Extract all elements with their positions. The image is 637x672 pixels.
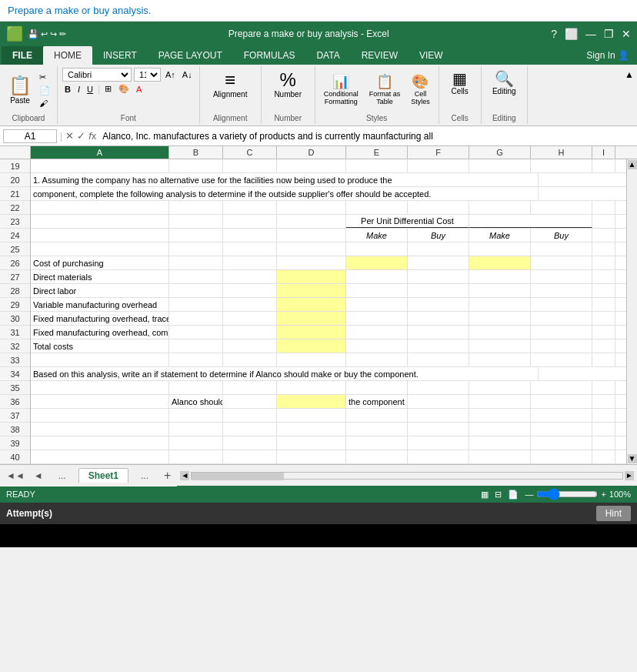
- cell-i19[interactable]: [592, 159, 615, 172]
- cell-e27[interactable]: [346, 270, 408, 283]
- cell-i40[interactable]: [592, 450, 615, 463]
- cell-c39[interactable]: [223, 436, 277, 450]
- cell-g33[interactable]: [469, 353, 531, 366]
- cell-i25[interactable]: [592, 242, 615, 256]
- bold-button[interactable]: B: [62, 84, 73, 95]
- cell-c27[interactable]: [223, 270, 277, 283]
- cell-h36[interactable]: [531, 395, 592, 408]
- cell-c28[interactable]: [223, 284, 277, 297]
- sheet-prev-prev[interactable]: ◄◄: [3, 469, 28, 483]
- cell-d23[interactable]: [277, 215, 346, 228]
- cell-h32[interactable]: [531, 339, 592, 353]
- sheet-dots-right[interactable]: ...: [132, 469, 158, 483]
- cell-c40[interactable]: [223, 450, 277, 463]
- cell-a35[interactable]: [31, 381, 169, 394]
- cut-button[interactable]: ✂: [37, 72, 52, 83]
- zoom-in-btn[interactable]: +: [601, 490, 605, 499]
- cell-d40[interactable]: [277, 450, 346, 463]
- cell-a36[interactable]: [31, 395, 169, 408]
- cell-g19[interactable]: [469, 159, 531, 172]
- sign-in[interactable]: Sign In 👤: [579, 46, 637, 65]
- cell-d35[interactable]: [277, 381, 346, 394]
- cell-e29[interactable]: [346, 298, 408, 311]
- cell-b37[interactable]: [169, 409, 223, 422]
- h-scroll-right[interactable]: ►: [625, 471, 634, 480]
- cell-g32[interactable]: [469, 339, 531, 353]
- cell-d19[interactable]: [277, 159, 346, 172]
- sheet-prev[interactable]: ◄: [31, 469, 46, 483]
- cell-e24[interactable]: Make: [346, 229, 408, 242]
- tab-view[interactable]: VIEW: [409, 46, 454, 65]
- cell-f33[interactable]: [408, 353, 469, 366]
- font-family-select[interactable]: Calibri: [62, 68, 132, 82]
- cell-f26[interactable]: [408, 256, 469, 269]
- add-sheet-button[interactable]: +: [161, 469, 174, 483]
- cell-g26[interactable]: [469, 256, 531, 269]
- cell-d29[interactable]: [277, 298, 346, 311]
- cell-b38[interactable]: [169, 423, 223, 436]
- cell-a32[interactable]: Total costs: [31, 339, 169, 353]
- cell-e22[interactable]: [346, 201, 408, 214]
- cell-f36[interactable]: [408, 395, 469, 408]
- zoom-out-btn[interactable]: —: [525, 490, 533, 499]
- cell-i28[interactable]: [592, 284, 615, 297]
- cell-b22[interactable]: [169, 201, 223, 214]
- cell-c19[interactable]: [223, 159, 277, 172]
- tab-review[interactable]: REVIEW: [351, 46, 409, 65]
- col-header-g[interactable]: G: [469, 146, 531, 159]
- sheet-tab-sheet1[interactable]: Sheet1: [78, 468, 128, 483]
- cell-g39[interactable]: [469, 436, 531, 450]
- cell-h31[interactable]: [531, 326, 592, 339]
- cell-d36[interactable]: [277, 395, 346, 408]
- cell-f30[interactable]: [408, 312, 469, 325]
- cell-i23[interactable]: [592, 215, 615, 228]
- cell-d25[interactable]: [277, 242, 346, 256]
- cell-a25[interactable]: [31, 242, 169, 256]
- cell-e38[interactable]: [346, 423, 408, 436]
- cell-i27[interactable]: [592, 270, 615, 283]
- minimize-btn[interactable]: —: [585, 28, 596, 40]
- cell-e25[interactable]: [346, 242, 408, 256]
- cell-i37[interactable]: [592, 409, 615, 422]
- cell-c36[interactable]: [223, 395, 277, 408]
- hint-button[interactable]: Hint: [596, 506, 631, 521]
- cell-c22[interactable]: [223, 201, 277, 214]
- cell-a21[interactable]: component, complete the following analys…: [31, 187, 539, 200]
- cell-a31[interactable]: Fixed manufacturing overhead, common: [31, 326, 169, 339]
- cell-e31[interactable]: [346, 326, 408, 339]
- font-color-button[interactable]: A: [134, 84, 144, 95]
- format-painter-button[interactable]: 🖌: [37, 98, 52, 109]
- cell-i30[interactable]: [592, 312, 615, 325]
- cell-b30[interactable]: [169, 312, 223, 325]
- cell-h35[interactable]: [531, 381, 592, 394]
- cell-i22[interactable]: [592, 201, 615, 214]
- cell-g22[interactable]: [469, 201, 531, 214]
- cell-g31[interactable]: [469, 326, 531, 339]
- maximize-btn[interactable]: ❐: [604, 28, 614, 40]
- cell-h27[interactable]: [531, 270, 592, 283]
- confirm-icon[interactable]: ✓: [77, 130, 85, 142]
- col-header-c[interactable]: C: [223, 146, 277, 159]
- cell-g24[interactable]: Make: [469, 229, 531, 242]
- cell-c25[interactable]: [223, 242, 277, 256]
- cell-b31[interactable]: [169, 326, 223, 339]
- cell-b27[interactable]: [169, 270, 223, 283]
- decrease-font-btn[interactable]: A↓: [180, 69, 195, 80]
- col-header-a[interactable]: A: [31, 146, 169, 159]
- cell-d37[interactable]: [277, 409, 346, 422]
- cell-a34[interactable]: Based on this analysis, write an if stat…: [31, 367, 539, 380]
- cell-a38[interactable]: [31, 423, 169, 436]
- cell-g25[interactable]: [469, 242, 531, 256]
- cell-a20[interactable]: 1. Assuming the company has no alternati…: [31, 173, 539, 186]
- underline-button[interactable]: U: [85, 84, 95, 95]
- cell-i26[interactable]: [592, 256, 615, 269]
- cell-e32[interactable]: [346, 339, 408, 353]
- h-scrollbar-container[interactable]: ◄ ►: [177, 471, 637, 480]
- view-page-break-icon[interactable]: ⊟: [495, 490, 502, 500]
- font-size-select[interactable]: 11: [134, 68, 161, 82]
- cell-g30[interactable]: [469, 312, 531, 325]
- format-as-table-button[interactable]: 📋 Format asTable: [365, 72, 405, 108]
- cell-f24[interactable]: Buy: [408, 229, 469, 242]
- cell-g38[interactable]: [469, 423, 531, 436]
- cell-h38[interactable]: [531, 423, 592, 436]
